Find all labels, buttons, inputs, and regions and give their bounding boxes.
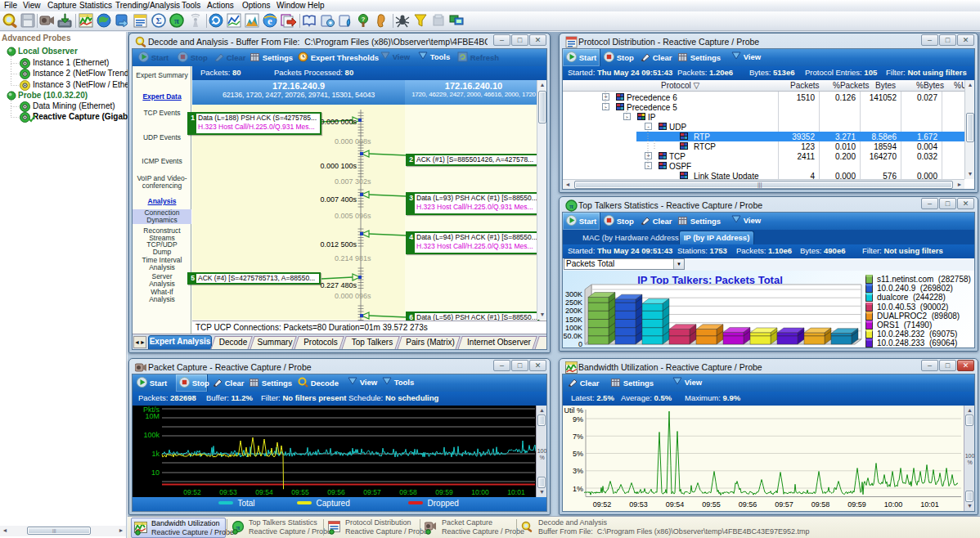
svg-text:09:57: 09:57: [363, 488, 381, 496]
svg-text:100K: 100K: [565, 324, 582, 332]
svg-text:0: 0: [578, 340, 582, 348]
svg-text:10:01: 10:01: [920, 500, 939, 509]
svg-text:1%: 1%: [573, 485, 583, 493]
svg-text:10:00: 10:00: [884, 500, 903, 509]
svg-text:09:52: 09:52: [183, 488, 201, 496]
svg-text:09:57: 09:57: [775, 500, 793, 509]
svg-text:09:56: 09:56: [327, 488, 345, 496]
svg-text:250K: 250K: [565, 298, 582, 307]
svg-text:π: π: [174, 16, 179, 25]
svg-text:5%: 5%: [573, 450, 583, 458]
svg-text:09:52: 09:52: [593, 500, 612, 509]
svg-text:300K: 300K: [565, 290, 582, 298]
svg-text:3%: 3%: [573, 467, 583, 475]
svg-text:09:58: 09:58: [811, 500, 830, 509]
svg-text:09:55: 09:55: [702, 500, 721, 509]
svg-text:09:59: 09:59: [435, 488, 453, 496]
svg-text:7%: 7%: [573, 433, 583, 441]
svg-text:50.0K: 50.0K: [563, 332, 582, 340]
svg-text:09:56: 09:56: [739, 500, 757, 509]
svg-text:9%: 9%: [573, 415, 583, 424]
svg-text:?: ?: [362, 16, 366, 23]
svg-text:09:54: 09:54: [666, 500, 685, 509]
svg-text:10: 10: [151, 469, 160, 477]
svg-text:09:53: 09:53: [219, 488, 237, 496]
svg-text:100k: 100k: [143, 431, 160, 439]
svg-text:200K: 200K: [565, 307, 582, 315]
svg-text:09:53: 09:53: [629, 500, 648, 509]
svg-text:150K: 150K: [565, 316, 582, 324]
svg-text:09:54: 09:54: [255, 488, 273, 496]
svg-text:10M: 10M: [145, 412, 160, 420]
svg-text:10:00: 10:00: [471, 488, 489, 496]
svg-text:09:58: 09:58: [399, 488, 417, 496]
svg-text:09:59: 09:59: [847, 500, 866, 509]
svg-text:π: π: [569, 202, 573, 210]
svg-text:1k: 1k: [151, 450, 160, 458]
svg-text:Σ: Σ: [155, 16, 161, 25]
svg-text:Util %: Util %: [564, 406, 583, 415]
svg-text:09:55: 09:55: [291, 488, 309, 496]
svg-text:10:01: 10:01: [507, 488, 525, 496]
